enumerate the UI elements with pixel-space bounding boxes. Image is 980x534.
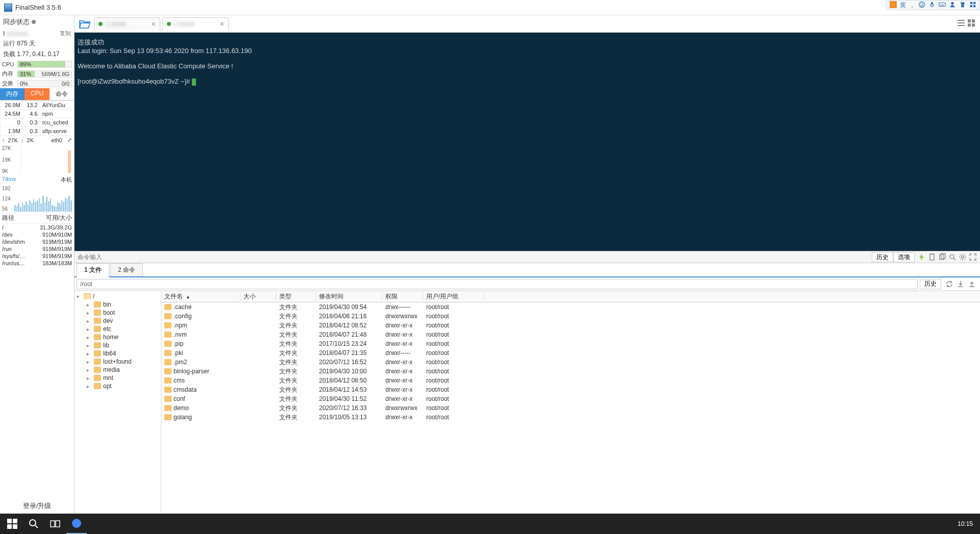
expand-icon[interactable]: ⤢ — [67, 137, 72, 143]
windows-taskbar[interactable]: 10:15 — [0, 514, 980, 534]
tree-item[interactable]: ▸etc — [75, 325, 161, 333]
tab-commands[interactable]: 2 命令 — [110, 263, 143, 276]
process-row[interactable]: 26.9M13.2AliYunDu — [1, 101, 74, 110]
expand-icon[interactable]: ▸ — [87, 302, 92, 308]
expand-icon[interactable]: ▸ — [87, 326, 92, 332]
ime-language[interactable]: 英 — [900, 1, 906, 10]
start-button[interactable] — [2, 514, 22, 534]
proc-tab-cpu[interactable]: CPU — [24, 88, 49, 100]
ime-mic-icon[interactable] — [928, 1, 936, 10]
gear-icon[interactable] — [959, 253, 967, 261]
command-input[interactable] — [75, 253, 872, 261]
file-row[interactable]: .npm文件夹2018/04/12 08:52drwxr-xr-xroot/ro… — [161, 321, 980, 330]
tree-item[interactable]: ▸lib64 — [75, 349, 161, 358]
tree-root[interactable]: ▾ / — [75, 292, 161, 300]
tree-item[interactable]: ▸opt — [75, 382, 161, 390]
process-row[interactable]: 1.9M0.3sftp-serve — [1, 127, 74, 136]
proc-tab-cmd[interactable]: 命令 — [50, 88, 74, 100]
copy-ip-button[interactable]: 复制 — [60, 30, 71, 37]
expand-icon[interactable]: ▸ — [87, 318, 92, 324]
task-view-icon[interactable] — [45, 514, 65, 534]
tree-item[interactable]: ▸dev — [75, 317, 161, 325]
open-connection-button[interactable] — [78, 18, 92, 30]
tree-item[interactable]: ▸boot — [75, 309, 161, 317]
close-tab-icon[interactable]: × — [220, 20, 224, 28]
login-upgrade-button[interactable]: 登录/升级 — [0, 498, 74, 514]
search-taskbar-icon[interactable] — [23, 514, 44, 534]
file-row[interactable]: .cache文件夹2019/04/30 09:54drwx------root/… — [161, 302, 980, 312]
ime-comma-icon[interactable]: ， — [909, 1, 915, 10]
file-row[interactable]: .config文件夹2018/04/06 21:16drwxrwxrwxroot… — [161, 312, 980, 321]
connection-tab[interactable]: 2 xxxxx× — [162, 17, 229, 31]
file-list-header[interactable]: 文件名▲ 大小 类型 修改时间 权限 用户/用户组 — [161, 291, 980, 302]
history-button[interactable]: 历史 — [872, 252, 893, 262]
ime-grid-icon[interactable] — [969, 1, 976, 10]
options-button[interactable]: 选项 — [893, 252, 915, 262]
ime-person-icon[interactable] — [949, 1, 956, 10]
file-row[interactable]: cms文件夹2018/04/12 08:50drwxr-xr-xroot/roo… — [161, 376, 980, 385]
taskbar-app-1[interactable] — [66, 514, 87, 534]
file-row[interactable]: .pki文件夹2018/04/07 21:35drwxr-----root/ro… — [161, 348, 980, 358]
svg-rect-10 — [970, 5, 972, 7]
taskbar-clock[interactable]: 10:15 — [952, 520, 978, 527]
proc-tab-mem[interactable]: 内存 — [0, 88, 24, 100]
svg-rect-18 — [972, 23, 975, 27]
resource-bar: 交换0%0/0 — [0, 79, 74, 88]
file-row[interactable]: conf文件夹2019/04/30 11:52drwxr-xr-xroot/ro… — [161, 394, 980, 403]
process-row[interactable]: 24.5M4.6npm — [1, 110, 74, 118]
ping-chart: 192 124 56 — [0, 185, 74, 213]
ime-orange-icon[interactable] — [890, 1, 897, 10]
file-row[interactable]: .pip文件夹2017/10/15 23:24drwxr-xr-xroot/ro… — [161, 339, 980, 348]
grid-view-icon[interactable] — [967, 18, 976, 29]
tree-item[interactable]: ▸mnt — [75, 374, 161, 382]
refresh-icon[interactable] — [945, 280, 953, 288]
ime-keyboard-icon[interactable] — [939, 1, 946, 10]
path-input[interactable] — [77, 279, 918, 289]
file-row[interactable]: demo文件夹2020/07/12 16:33drwxrwxrwxroot/ro… — [161, 403, 980, 413]
expand-icon[interactable]: ▸ — [87, 384, 92, 389]
tree-item[interactable]: ▸home — [75, 333, 161, 341]
tree-item[interactable]: ▸bin — [75, 300, 161, 309]
terminal-pane[interactable]: 连接成功 Last login: Sun Sep 13 09:53:46 202… — [75, 33, 980, 251]
expand-icon[interactable]: ▸ — [87, 310, 92, 316]
bolt-icon[interactable] — [918, 253, 926, 261]
svg-rect-16 — [972, 19, 975, 22]
expand-icon[interactable]: ▸ — [87, 375, 92, 381]
svg-point-3 — [922, 3, 923, 4]
ime-shirt-icon[interactable] — [959, 1, 966, 10]
file-row[interactable]: .nvm文件夹2018/04/07 21:48drwxr-xr-xroot/ro… — [161, 330, 980, 339]
directory-tree[interactable]: ▾ / ▸bin▸boot▸dev▸etc▸home▸lib▸lib64▸los… — [75, 291, 161, 514]
tree-item[interactable]: ▸lib — [75, 341, 161, 349]
ime-smile-icon[interactable] — [918, 1, 925, 10]
expand-icon[interactable]: ▸ — [87, 359, 92, 365]
close-tab-icon[interactable]: × — [152, 20, 156, 28]
collapse-icon[interactable]: ▾ — [77, 294, 82, 299]
fullscreen-icon[interactable] — [969, 253, 977, 261]
view-toggle-buttons[interactable] — [957, 18, 980, 29]
file-list[interactable]: 文件名▲ 大小 类型 修改时间 权限 用户/用户组 .cache文件夹2019/… — [161, 291, 980, 514]
search-icon[interactable] — [948, 253, 957, 261]
expand-icon[interactable]: ▸ — [87, 343, 92, 348]
svg-rect-0 — [890, 1, 897, 8]
tree-item[interactable]: ▸lost+found — [75, 358, 161, 366]
file-row[interactable]: cmsdata文件夹2018/04/12 14:53drwxr-xr-xroot… — [161, 385, 980, 394]
file-row[interactable]: .pm2文件夹2020/07/12 16:52drwxr-xr-xroot/ro… — [161, 358, 980, 367]
clipboard-icon[interactable] — [928, 253, 936, 261]
tree-item[interactable]: ▸media — [75, 366, 161, 374]
expand-icon[interactable]: ▸ — [87, 367, 92, 373]
download-icon[interactable] — [957, 280, 965, 288]
tab-files[interactable]: 1 文件 — [77, 263, 109, 277]
file-row[interactable]: golang文件夹2019/10/05 13:13drwxr-xr-xroot/… — [161, 413, 980, 422]
file-row[interactable]: binlog-parser文件夹2019/04/30 10:00drwxr-xr… — [161, 367, 980, 376]
path-history-button[interactable]: 历史 — [920, 279, 941, 289]
ime-toolbar[interactable]: 英 ， — [886, 0, 980, 10]
copy-icon[interactable] — [938, 253, 946, 261]
expand-icon[interactable]: ▸ — [87, 335, 92, 340]
expand-icon[interactable]: ▸ — [87, 351, 92, 357]
list-view-icon[interactable] — [957, 18, 966, 29]
process-tabs[interactable]: 内存 CPU 命令 — [0, 88, 74, 100]
process-row[interactable]: 00.3rcu_sched — [1, 118, 74, 127]
folder-icon — [164, 350, 172, 356]
connection-tab[interactable]: 1 xxxxx× — [94, 17, 160, 31]
upload-icon[interactable] — [968, 280, 976, 288]
